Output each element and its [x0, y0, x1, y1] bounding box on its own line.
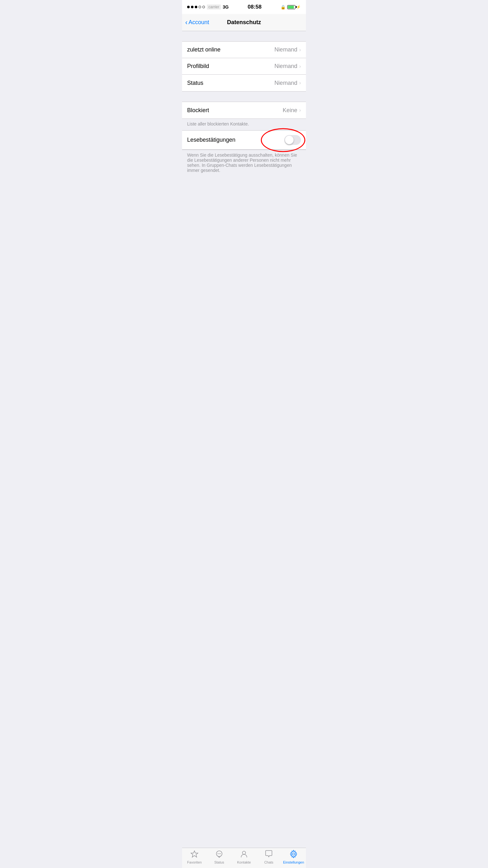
bolt-icon: ⚡: [296, 5, 301, 9]
zuletzt-online-row[interactable]: zuletzt online Niemand ›: [182, 42, 306, 58]
dot-5: [203, 6, 205, 8]
dot-4: [199, 6, 201, 8]
read-receipts-section: Lesebestätigungen: [182, 130, 306, 150]
section-spacer-1: [182, 31, 306, 41]
zuletzt-online-label: zuletzt online: [187, 46, 220, 53]
blockiert-right: Keine ›: [283, 107, 301, 114]
battery: ⚡: [287, 5, 301, 9]
dot-1: [187, 6, 190, 8]
lesebestatigungen-row: Lesebestätigungen: [182, 131, 306, 150]
chevron-icon: ›: [299, 47, 301, 53]
dot-3: [195, 6, 197, 8]
lesebestatigungen-toggle[interactable]: [284, 135, 301, 145]
carrier-name: carrier: [207, 4, 221, 9]
profilbild-row[interactable]: Profilbild Niemand ›: [182, 58, 306, 75]
chevron-icon-4: ›: [299, 107, 301, 113]
back-chevron-icon: ‹: [185, 19, 187, 26]
zuletzt-online-value: Niemand: [274, 46, 297, 53]
back-label: Account: [188, 19, 209, 26]
status-value: Niemand: [274, 80, 297, 86]
chevron-icon-2: ›: [299, 64, 301, 69]
status-time: 08:58: [248, 4, 262, 10]
read-receipts-footer: Wenn Sie die Lesebestätigung ausschalten…: [182, 150, 306, 177]
blockiert-label: Blockiert: [187, 107, 209, 114]
battery-fill: [288, 6, 294, 8]
dot-2: [191, 6, 193, 8]
back-button[interactable]: ‹ Account: [185, 19, 209, 26]
status-left: carrier 3G: [187, 4, 229, 9]
nav-bar: ‹ Account Datenschutz: [182, 14, 306, 31]
blockiert-footer: Liste aller blockierten Kontakte.: [182, 119, 306, 130]
signal-dots: [187, 6, 205, 8]
profilbild-value: Niemand: [274, 63, 297, 69]
blockiert-footer-text: Liste aller blockierten Kontakte.: [187, 121, 249, 126]
blockiert-value: Keine: [283, 107, 297, 114]
profilbild-right: Niemand ›: [274, 63, 301, 69]
toggle-container: [284, 135, 301, 145]
lock-icon: 🔒: [280, 5, 285, 9]
visibility-section: zuletzt online Niemand › Profilbild Niem…: [182, 41, 306, 92]
read-receipts-footer-text: Wenn Sie die Lesebestätigung ausschalten…: [187, 153, 297, 173]
status-bar: carrier 3G 08:58 🔒 ⚡: [182, 0, 306, 14]
profilbild-label: Profilbild: [187, 63, 209, 69]
battery-icon: [287, 5, 296, 9]
blockiert-section: Blockiert Keine ›: [182, 102, 306, 119]
page-title: Datenschutz: [227, 19, 261, 26]
lesebestatigungen-label: Lesebestätigungen: [187, 136, 236, 143]
status-right: 🔒 ⚡: [280, 5, 301, 9]
zuletzt-online-right: Niemand ›: [274, 46, 301, 53]
network-type: 3G: [223, 4, 229, 9]
chevron-icon-3: ›: [299, 80, 301, 86]
section-spacer-2: [182, 92, 306, 102]
status-row[interactable]: Status Niemand ›: [182, 75, 306, 91]
status-right: Niemand ›: [274, 80, 301, 86]
status-label: Status: [187, 80, 203, 86]
main-content: zuletzt online Niemand › Profilbild Niem…: [182, 31, 306, 199]
toggle-knob: [285, 136, 294, 144]
blockiert-row[interactable]: Blockiert Keine ›: [182, 102, 306, 119]
